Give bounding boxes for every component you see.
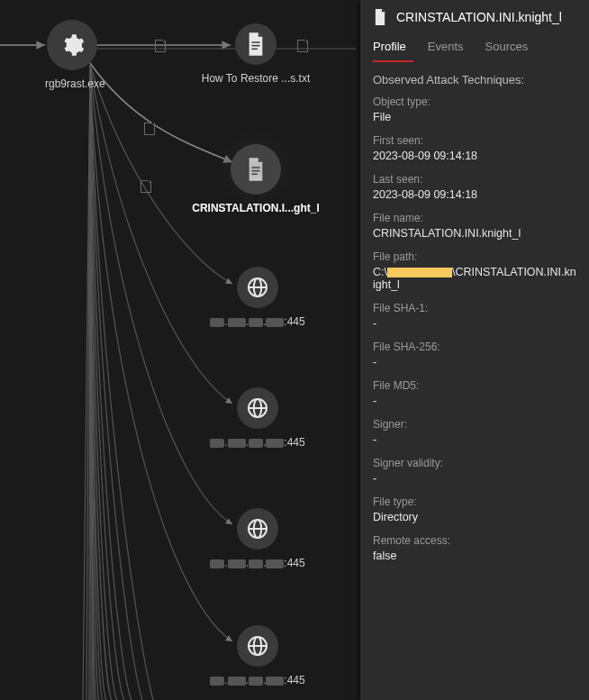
panel-header: CRINSTALATION.INI.knight_l xyxy=(360,0,589,31)
node-ip-label: ...:445 xyxy=(195,315,321,328)
field-value: - xyxy=(373,395,576,407)
edge-file-marker xyxy=(297,40,308,52)
field-label: Object type: xyxy=(373,95,576,108)
node-host[interactable]: ...:445 xyxy=(231,508,285,569)
field-label: File type: xyxy=(373,495,576,508)
panel-tabs: Profile Events Sources xyxy=(360,31,589,62)
field-signer: Signer: - xyxy=(360,413,589,451)
node-ip-label: ...:445 xyxy=(195,557,321,569)
field-file-path: File path: C:\\CRINSTALATION.INI.knight_… xyxy=(360,245,589,296)
svg-rect-6 xyxy=(251,167,259,168)
port-label: :445 xyxy=(284,557,304,569)
field-value: File xyxy=(373,111,576,123)
section-heading: Observed Attack Techniques: xyxy=(360,62,589,90)
tab-events[interactable]: Events xyxy=(428,34,471,62)
globe-icon xyxy=(237,508,278,550)
tab-profile[interactable]: Profile xyxy=(373,34,413,62)
graph-canvas[interactable]: rgb9rast.exe How To Restore ...s.txt CRI… xyxy=(0,0,360,700)
node-host[interactable]: ...:445 xyxy=(231,267,285,328)
field-value: - xyxy=(373,472,576,485)
node-process-root[interactable]: rgb9rast.exe xyxy=(45,20,99,90)
field-remote-access: Remote access: false xyxy=(360,529,589,568)
node-label: How To Restore ...s.txt xyxy=(184,72,328,85)
node-ip-label: ...:445 xyxy=(195,436,321,449)
globe-icon xyxy=(237,625,278,667)
field-sha256: File SHA-256: - xyxy=(360,335,589,374)
field-value: - xyxy=(373,317,576,330)
field-label: File MD5: xyxy=(373,379,576,392)
tab-sources[interactable]: Sources xyxy=(485,34,536,62)
node-label: CRINSTALATION.I...ght_l xyxy=(179,202,332,214)
field-label: First seen: xyxy=(373,134,576,147)
svg-rect-8 xyxy=(251,174,257,175)
field-sha1: File SHA-1: - xyxy=(360,296,589,335)
redacted-segment xyxy=(387,268,452,277)
field-label: Signer validity: xyxy=(373,457,576,469)
field-label: Signer: xyxy=(373,418,576,431)
field-label: File SHA-256: xyxy=(373,341,576,353)
port-label: :445 xyxy=(284,674,304,686)
field-value: false xyxy=(373,550,576,562)
edge-file-marker xyxy=(144,123,155,135)
field-value: 2023-08-09 09:14:18 xyxy=(373,188,576,201)
field-value: C:\\CRINSTALATION.INI.knight_l xyxy=(373,266,576,291)
edge-file-marker xyxy=(140,180,151,193)
globe-icon xyxy=(237,387,278,429)
panel-title: CRINSTALATION.INI.knight_l xyxy=(396,10,562,24)
field-label: File SHA-1: xyxy=(373,302,576,314)
node-file-selected[interactable]: CRINSTALATION.I...ght_l xyxy=(229,144,283,214)
file-icon xyxy=(235,23,276,65)
field-label: Remote access: xyxy=(373,534,576,547)
field-signer-validity: Signer validity: - xyxy=(360,451,589,490)
svg-rect-7 xyxy=(251,170,259,171)
field-md5: File MD5: - xyxy=(360,374,589,413)
node-file-restore-txt[interactable]: How To Restore ...s.txt xyxy=(229,23,283,85)
gear-icon xyxy=(47,20,97,70)
field-last-seen: Last seen: 2023-08-09 09:14:18 xyxy=(360,168,589,206)
graph-edges xyxy=(0,0,360,700)
field-value: - xyxy=(373,433,576,446)
field-label: File path: xyxy=(373,250,576,263)
node-host[interactable]: ...:445 xyxy=(231,387,285,449)
details-panel: CRINSTALATION.INI.knight_l Profile Event… xyxy=(360,0,589,700)
field-label: Last seen: xyxy=(373,173,576,186)
path-prefix: C:\ xyxy=(373,266,387,278)
port-label: :445 xyxy=(284,436,304,449)
edge-file-marker xyxy=(155,40,166,52)
field-object-type: Object type: File xyxy=(360,90,589,129)
svg-rect-5 xyxy=(251,49,257,50)
field-value: - xyxy=(373,356,576,368)
port-label: :445 xyxy=(284,315,304,328)
field-label: File name: xyxy=(373,212,576,224)
node-host[interactable]: ...:445 xyxy=(231,625,285,686)
field-file-type: File type: Directory xyxy=(360,490,589,529)
svg-rect-4 xyxy=(251,45,259,46)
svg-rect-3 xyxy=(251,41,259,42)
node-ip-label: ...:445 xyxy=(195,674,321,686)
globe-icon xyxy=(237,267,278,308)
field-first-seen: First seen: 2023-08-09 09:14:18 xyxy=(360,129,589,168)
file-icon xyxy=(231,144,281,195)
file-icon xyxy=(373,9,387,25)
field-value: CRINSTALATION.INI.knight_l xyxy=(373,227,576,240)
field-value: 2023-08-09 09:14:18 xyxy=(373,150,576,162)
node-label: rgb9rast.exe xyxy=(45,77,99,90)
field-file-name: File name: CRINSTALATION.INI.knight_l xyxy=(360,206,589,245)
field-value: Directory xyxy=(373,511,576,523)
